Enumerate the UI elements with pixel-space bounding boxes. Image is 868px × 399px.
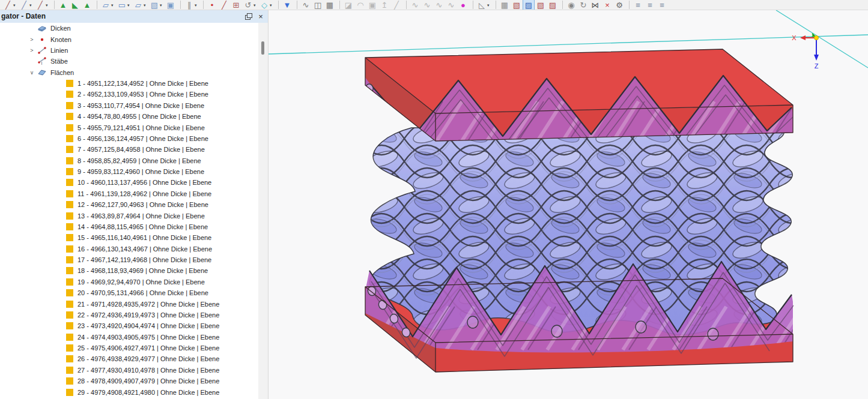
workplane-xy-icon[interactable]: ▧ <box>511 0 522 10</box>
dropdown-caret-icon[interactable]: ▾ <box>144 1 148 10</box>
camera-icon[interactable]: ▣ <box>367 0 378 10</box>
tree-item-label: Dicken <box>50 25 71 32</box>
new-solid-icon[interactable]: ▧▾ <box>149 0 164 10</box>
tree-scrollbar[interactable] <box>258 23 268 399</box>
surface-row-25[interactable]: 25 - 4975,4906,4927,4971 | Ohne Dicke | … <box>0 343 258 353</box>
float-window-icon[interactable] <box>243 12 252 21</box>
tree-item-linien[interactable]: >Linien <box>0 45 258 56</box>
workplane-yz-icon[interactable]: ▧ <box>535 0 546 10</box>
dropdown-caret-icon[interactable]: ▾ <box>13 1 17 10</box>
filter-icon[interactable]: ▼ <box>282 0 293 10</box>
new-opening-icon[interactable]: ▭▾ <box>117 0 132 10</box>
layers-3-icon[interactable]: ≡ <box>657 0 667 10</box>
tree-scrollbar-thumb[interactable] <box>261 41 264 55</box>
grid-icon[interactable]: ▦ <box>499 0 510 10</box>
tree-item-dicken[interactable]: Dicken <box>0 23 258 34</box>
clipping-plane-icon[interactable]: ◪ <box>343 0 354 10</box>
surface-row-17[interactable]: 17 - 4967,142,119,4968 | Ohne Dicke | Eb… <box>0 254 258 265</box>
visibility-icon[interactable]: ◠ <box>355 0 366 10</box>
surface-row-9[interactable]: 9 - 4959,83,112,4960 | Ohne Dicke | Eben… <box>0 166 258 177</box>
chevron-right-icon[interactable]: > <box>26 37 37 43</box>
surface-row-13[interactable]: 13 - 4963,89,87,4964 | Ohne Dicke | Eben… <box>0 210 258 221</box>
new-line-icon[interactable]: ╱▾ <box>2 0 17 10</box>
rotate-view-icon[interactable]: ↻ <box>578 0 589 10</box>
connect-icon[interactable]: × <box>602 0 613 10</box>
grid-values-icon[interactable]: ▦ <box>324 0 335 10</box>
surface-row-1[interactable]: 1 - 4951,122,134,4952 | Ohne Dicke | Ebe… <box>0 78 258 89</box>
surface-row-23[interactable]: 23 - 4973,4920,4904,4974 | Ohne Dicke | … <box>0 320 258 331</box>
surface-row-12[interactable]: 12 - 4962,127,90,4963 | Ohne Dicke | Ebe… <box>0 199 258 210</box>
divide-line-icon[interactable]: ╱ <box>219 0 229 10</box>
snap-icon[interactable]: ◉ <box>566 0 577 10</box>
surface-row-6[interactable]: 6 - 4956,136,124,4957 | Ohne Dicke | Ebe… <box>0 133 258 144</box>
toolbar-separator <box>278 1 279 9</box>
tree-item-stbe[interactable]: IStäbe <box>0 56 258 67</box>
dropdown-caret-icon[interactable]: ▾ <box>46 1 50 10</box>
surface-row-2[interactable]: 2 - 4952,133,109,4953 | Ohne Dicke | Ebe… <box>0 89 258 100</box>
result-wave-4-icon[interactable]: ∿ <box>446 0 457 10</box>
support-fixed-icon[interactable]: ▲ <box>82 0 93 10</box>
dimension-icon[interactable]: ∥▾ <box>184 0 199 10</box>
settings-icon[interactable]: ⚙ <box>614 0 625 10</box>
surface-row-22[interactable]: 22 - 4972,4936,4919,4973 | Ohne Dicke | … <box>0 310 258 320</box>
surface-row-20[interactable]: 20 - 4970,95,131,4966 | Ohne Dicke | Ebe… <box>0 287 258 298</box>
close-icon[interactable]: × <box>256 12 266 21</box>
surface-row-29[interactable]: 29 - 4979,4908,4921,4980 | Ohne Dicke | … <box>0 386 258 397</box>
dropdown-caret-icon[interactable]: ▾ <box>111 1 115 10</box>
new-block-icon[interactable]: ▣ <box>165 0 176 10</box>
workplane-free-icon[interactable]: ▨ <box>547 0 558 10</box>
support-pinned-icon[interactable]: ▲ <box>58 0 68 10</box>
select-region-icon[interactable]: ◇▾ <box>259 0 274 10</box>
surface-row-27[interactable]: 27 - 4977,4930,4910,4978 | Ohne Dicke | … <box>0 365 258 376</box>
surface-row-7[interactable]: 7 - 4957,125,84,4958 | Ohne Dicke | Eben… <box>0 144 258 155</box>
result-diagram-icon[interactable]: ∿ <box>300 0 311 10</box>
dropdown-caret-icon[interactable]: ▾ <box>253 1 258 10</box>
result-wave-1-icon[interactable]: ∿ <box>410 0 420 10</box>
section-icon[interactable]: ◫ <box>312 0 323 10</box>
surface-row-8[interactable]: 8 - 4958,85,82,4959 | Ohne Dicke | Ebene <box>0 155 258 166</box>
dropdown-caret-icon[interactable]: ▾ <box>487 1 491 10</box>
dropdown-caret-icon[interactable]: ▾ <box>195 1 199 10</box>
mesh-refinement-icon[interactable]: ⊞ <box>231 0 241 10</box>
viewport-3d[interactable]: X Z <box>268 10 868 399</box>
support-roller-icon[interactable]: ◣ <box>70 0 80 10</box>
new-nurbs-surface-icon[interactable]: ▱▾ <box>133 0 148 10</box>
new-polyline-icon[interactable]: ╱▾ <box>35 0 50 10</box>
surface-row-16[interactable]: 16 - 4966,130,143,4967 | Ohne Dicke | Eb… <box>0 244 258 254</box>
dropdown-caret-icon[interactable]: ▾ <box>29 1 34 10</box>
measure-icon[interactable]: ╱ <box>391 0 402 10</box>
new-surface-icon[interactable]: ▱▾ <box>100 0 115 10</box>
dropdown-caret-icon[interactable]: ▾ <box>160 1 164 10</box>
select-arrow-icon[interactable]: ◺▾ <box>476 0 491 10</box>
surface-row-21[interactable]: 21 - 4971,4928,4935,4972 | Ohne Dicke | … <box>0 298 258 309</box>
coordinate-system-icon[interactable]: ↺▾ <box>243 0 258 10</box>
surface-row-28[interactable]: 28 - 4978,4909,4907,4979 | Ohne Dicke | … <box>0 376 258 386</box>
surface-row-5[interactable]: 5 - 4955,79,121,4951 | Ohne Dicke | Eben… <box>0 122 258 133</box>
surface-row-4[interactable]: 4 - 4954,78,80,4955 | Ohne Dicke | Ebene <box>0 111 258 122</box>
insert-node-icon[interactable]: • <box>207 0 217 10</box>
chevron-down-icon[interactable]: ∨ <box>26 70 37 76</box>
layers-1-icon[interactable]: ≡ <box>633 0 643 10</box>
surface-row-11[interactable]: 11 - 4961,139,128,4962 | Ohne Dicke | Eb… <box>0 188 258 199</box>
new-member-icon[interactable]: ╱▾ <box>19 0 34 10</box>
result-wave-3-icon[interactable]: ∿ <box>434 0 445 10</box>
surface-row-18[interactable]: 18 - 4968,118,93,4969 | Ohne Dicke | Ebe… <box>0 265 258 276</box>
chevron-right-icon[interactable]: > <box>26 47 37 53</box>
surface-row-19[interactable]: 19 - 4969,92,94,4970 | Ohne Dicke | Eben… <box>0 277 258 287</box>
layers-2-icon[interactable]: ≡ <box>645 0 655 10</box>
surface-row-10[interactable]: 10 - 4960,113,137,4956 | Ohne Dicke | Eb… <box>0 177 258 188</box>
workplane-xz-icon[interactable]: ▨ <box>523 0 534 10</box>
move-up-icon[interactable]: ↥ <box>379 0 390 10</box>
dropdown-caret-icon[interactable]: ▾ <box>127 1 132 10</box>
surface-row-14[interactable]: 14 - 4964,88,115,4965 | Ohne Dicke | Ebe… <box>0 221 258 232</box>
surface-row-15[interactable]: 15 - 4965,116,140,4961 | Ohne Dicke | Eb… <box>0 232 258 243</box>
tree-item-knoten[interactable]: >Knoten <box>0 34 258 44</box>
surface-row-24[interactable]: 24 - 4974,4903,4905,4975 | Ohne Dicke | … <box>0 332 258 343</box>
result-wave-2-icon[interactable]: ∿ <box>422 0 432 10</box>
surface-row-26[interactable]: 26 - 4976,4938,4929,4977 | Ohne Dicke | … <box>0 353 258 364</box>
dropdown-caret-icon[interactable]: ▾ <box>270 1 274 10</box>
mirror-icon[interactable]: ⋈ <box>590 0 601 10</box>
probe-point-icon[interactable]: ● <box>458 0 469 10</box>
surface-row-3[interactable]: 3 - 4953,110,77,4954 | Ohne Dicke | Eben… <box>0 100 258 111</box>
tree-item-flchen[interactable]: ∨Flächen <box>0 67 258 78</box>
